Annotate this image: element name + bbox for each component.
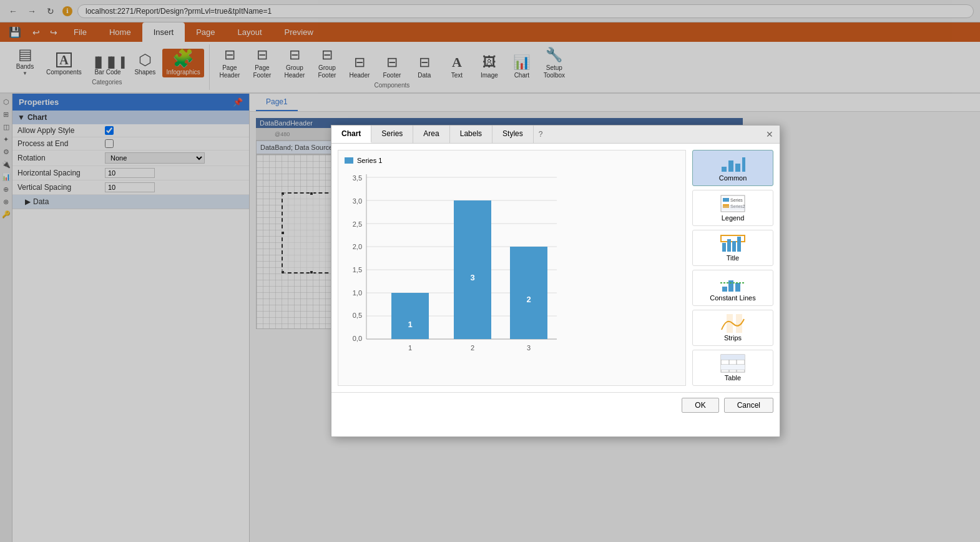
title-chart-icon bbox=[720, 234, 745, 254]
dialog-tab-labels[interactable]: Labels bbox=[450, 126, 492, 143]
svg-rect-52 bbox=[721, 355, 745, 360]
chart-type-strips[interactable]: Strips bbox=[692, 310, 773, 346]
chart-preview: Series 1 3,5 3,0 2,5 2,0 1,5 1,0 0,5 0,0 bbox=[338, 150, 686, 386]
chart-type-title[interactable]: Title bbox=[692, 230, 773, 266]
bar-1 bbox=[391, 293, 429, 339]
dialog-cancel-button[interactable]: Cancel bbox=[724, 398, 773, 413]
constant-lines-icon bbox=[720, 274, 745, 294]
constant-lines-label: Constant Lines bbox=[710, 294, 755, 302]
svg-rect-24 bbox=[722, 167, 727, 172]
common-label: Common bbox=[719, 174, 747, 182]
svg-rect-44 bbox=[727, 314, 733, 333]
dialog-tab-styles[interactable]: Styles bbox=[492, 126, 534, 143]
chart-type-common[interactable]: Common bbox=[692, 150, 773, 186]
svg-text:0,5: 0,5 bbox=[353, 312, 362, 319]
svg-text:1: 1 bbox=[408, 320, 412, 329]
svg-rect-40 bbox=[728, 280, 733, 292]
dialog-tab-series[interactable]: Series bbox=[371, 126, 413, 143]
legend-label-series1: Series 1 bbox=[357, 157, 382, 164]
bar-chart-svg: 3,5 3,0 2,5 2,0 1,5 1,0 0,5 0,0 bbox=[345, 168, 569, 374]
svg-rect-41 bbox=[735, 283, 740, 292]
svg-text:2,0: 2,0 bbox=[353, 243, 362, 250]
svg-rect-25 bbox=[728, 160, 733, 172]
chart-right-panel: Common Series Series2 Lege bbox=[692, 150, 773, 386]
svg-text:3,5: 3,5 bbox=[353, 174, 362, 182]
strips-label: Strips bbox=[724, 334, 742, 342]
svg-rect-37 bbox=[732, 241, 736, 252]
svg-rect-36 bbox=[727, 239, 731, 252]
chart-dialog: Chart Series Area Labels Styles ? ✕ Seri… bbox=[331, 125, 780, 437]
svg-rect-38 bbox=[737, 237, 741, 252]
svg-rect-39 bbox=[722, 287, 727, 292]
legend-chart-icon: Series Series2 bbox=[720, 194, 745, 214]
svg-text:Series: Series bbox=[730, 198, 743, 202]
svg-text:2: 2 bbox=[526, 295, 531, 304]
dialog-tab-chart[interactable]: Chart bbox=[331, 126, 371, 143]
svg-text:3: 3 bbox=[470, 273, 474, 282]
common-chart-icon bbox=[720, 154, 745, 174]
svg-rect-29 bbox=[723, 198, 729, 202]
dialog-help-button[interactable]: ? bbox=[534, 126, 548, 143]
chart-type-table[interactable]: Table bbox=[692, 350, 773, 386]
legend-label: Legend bbox=[722, 214, 745, 222]
svg-text:2,5: 2,5 bbox=[353, 220, 362, 228]
dialog-tab-area[interactable]: Area bbox=[413, 126, 449, 143]
dialog-content: Series 1 3,5 3,0 2,5 2,0 1,5 1,0 0,5 0,0 bbox=[331, 144, 780, 392]
svg-rect-35 bbox=[722, 243, 726, 252]
svg-text:1: 1 bbox=[408, 344, 412, 352]
svg-text:0,0: 0,0 bbox=[353, 335, 362, 342]
dialog-footer: OK Cancel bbox=[331, 392, 780, 418]
svg-rect-26 bbox=[735, 164, 740, 172]
dialog-overlay: Chart Series Area Labels Styles ? ✕ Seri… bbox=[0, 0, 980, 542]
table-label: Table bbox=[725, 374, 741, 382]
svg-text:3,0: 3,0 bbox=[353, 197, 362, 205]
bar-3 bbox=[510, 247, 547, 339]
dialog-tab-bar: Chart Series Area Labels Styles ? ✕ bbox=[331, 126, 780, 144]
svg-rect-53 bbox=[721, 365, 745, 370]
svg-rect-33 bbox=[722, 205, 745, 210]
dialog-close-button[interactable]: ✕ bbox=[760, 126, 780, 143]
strips-icon bbox=[720, 314, 745, 334]
svg-text:1,5: 1,5 bbox=[353, 266, 362, 273]
dialog-ok-button[interactable]: OK bbox=[682, 398, 718, 413]
svg-text:2: 2 bbox=[471, 344, 474, 352]
svg-rect-34 bbox=[721, 235, 745, 242]
legend-color-series1 bbox=[345, 157, 353, 164]
svg-text:3: 3 bbox=[527, 344, 531, 352]
chart-legend: Series 1 bbox=[345, 157, 679, 164]
chart-type-legend[interactable]: Series Series2 Legend bbox=[692, 190, 773, 226]
title-label: Title bbox=[727, 254, 739, 262]
svg-text:1,0: 1,0 bbox=[353, 289, 362, 297]
bar-2 bbox=[454, 200, 491, 339]
chart-type-constant-lines[interactable]: Constant Lines bbox=[692, 270, 773, 306]
svg-rect-27 bbox=[742, 157, 745, 172]
table-icon bbox=[720, 354, 745, 374]
